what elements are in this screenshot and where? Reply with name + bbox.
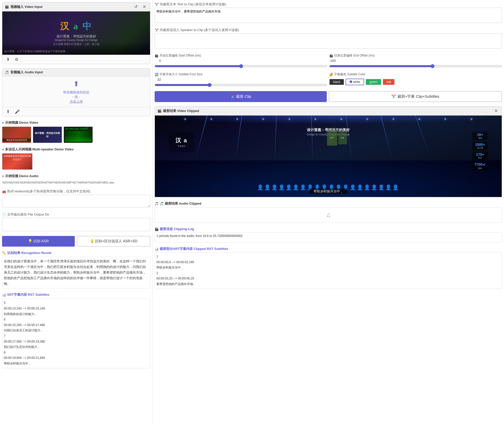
audio-clipped-section: 🎵 🎵 裁剪结果 Audio Clipped ♫ bbox=[155, 201, 502, 223]
audio-controls-bar: ⬆ 🎤 bbox=[2, 107, 150, 116]
color-red-button[interactable]: red bbox=[383, 79, 395, 85]
video-clipped-preview: 设计普惠：寻找远方的美好 Design for County, Design f… bbox=[155, 116, 502, 197]
white-selected-dot bbox=[350, 80, 352, 83]
audio-clipped-label: 🎵 🎵 裁剪结果 Audio Clipped bbox=[155, 201, 502, 206]
demo-audio-filename: %E9%B2%81%E8%82%83%E9%87%87%E8%AE%BF%E7%… bbox=[2, 180, 150, 185]
demo-video-thumb-1[interactable]: 啊这是否说的很有道理 bbox=[2, 126, 31, 143]
clipped-rst-section: 📊 裁剪部分SRT字幕内容 Clipped RST Subtitles 1 00… bbox=[155, 247, 502, 289]
demo-audio-label: 示例音频 Demo Audio bbox=[5, 174, 39, 178]
srt-section: 📊 SRT字幕内容 RST Subtitles 5 00:00:13,240 -… bbox=[2, 292, 150, 368]
text-clip-icon: ✂️ bbox=[155, 3, 159, 6]
hotwords-label: 🚒 热词 Hotwords(多个热词使用空格分隔，仅支持中文热词) bbox=[2, 189, 150, 194]
clip-subtitles-button[interactable]: ✂️ 裁剪+字幕 Clip+Subtitles bbox=[329, 91, 502, 102]
multispeak-thumb[interactable]: 如果颜值状态出现这些问题怎么办？ bbox=[2, 153, 33, 170]
hotwords-section: 🚒 热词 Hotwords(多个热词使用空格分隔，仅支持中文热词) bbox=[2, 189, 150, 208]
end-offset-slider[interactable] bbox=[329, 64, 502, 68]
video-camera-icon: 🎬 bbox=[5, 5, 9, 9]
audio-clipped-icon2: 🎵 bbox=[160, 202, 164, 206]
video-clipped-label: 裁剪结果 Video Clipped bbox=[163, 109, 199, 113]
clip-button[interactable]: ✂️ 裁剪 Clip bbox=[155, 91, 327, 102]
speaker-clip-icon: ✂️ bbox=[155, 28, 159, 32]
color-white-button[interactable]: white bbox=[346, 79, 364, 85]
video-input-label: 视频输入 Video Input bbox=[10, 5, 42, 9]
video-clipped-icon: 🎬 bbox=[157, 109, 161, 113]
color-green-button[interactable]: green bbox=[366, 79, 381, 85]
audio-drop-area[interactable]: ⬆ 将音频拖放到此处 - 或 - 点击上传 bbox=[2, 76, 150, 107]
start-offset-item: 🎬 开始位置偏移 Start Offset (ms) 0 bbox=[155, 53, 327, 68]
font-size-icon: 🔤 bbox=[155, 73, 158, 76]
asr-button[interactable]: 💡 识别 ASR bbox=[2, 236, 75, 247]
clipping-log-icon: 🎬 bbox=[155, 227, 159, 231]
recognition-text: 在我们的设计普惠当中，有一个我经常津津乐道的项目叫寻找远方的美好。啊，在这样一个… bbox=[2, 257, 150, 288]
video-clipped-close-button[interactable]: ✕ bbox=[493, 108, 499, 114]
subtitle-color-label: 🌈 字幕颜色 Subtitle Color bbox=[329, 72, 502, 77]
demo-audio-section: ≡ 示例音频 Demo Audio %E9%B2%81%E8%82%83%E9%… bbox=[2, 174, 150, 185]
video-reset-button[interactable]: ↺ bbox=[133, 4, 139, 10]
file-output-icon: 📄 bbox=[2, 213, 6, 217]
clipping-log-content: 1 periods found in the audio: from 19.6 … bbox=[155, 232, 502, 243]
start-offset-value: 0 bbox=[155, 59, 161, 63]
srt-content: 5 00:00:13,240 --> 00:00:15,140 利用我的的设计的… bbox=[2, 299, 150, 368]
speaker-to-clip-input[interactable] bbox=[155, 33, 502, 49]
subtitle-color-item: 🌈 字幕颜色 Subtitle Color black white green … bbox=[329, 72, 502, 87]
text-to-clip-label: ✂️ 待裁剪文本 Text to Clip (多段文本使用'#'连接) bbox=[155, 2, 502, 7]
rainbow-icon: 🌈 bbox=[329, 73, 333, 76]
text-to-clip-section: ✂️ 待裁剪文本 Text to Clip (多段文本使用'#'连接) 帮助乡村… bbox=[155, 2, 502, 24]
video-drop-area[interactable]: 汉 a 中 设计普惠：寻找远方的美好 Design for County, De… bbox=[2, 11, 150, 55]
video-clipped-header: 🎬 裁剪结果 Video Clipped ✕ bbox=[155, 106, 502, 116]
hotwords-input[interactable] bbox=[2, 195, 150, 207]
video-settings-button[interactable]: ⚙ bbox=[13, 56, 20, 62]
demo-video-icon: ≡ bbox=[2, 121, 4, 125]
asr-sd-button[interactable]: 💡 识别+区分说话人 ASR+SD bbox=[77, 236, 151, 247]
srt-label: 📊 SRT字幕内容 RST Subtitles bbox=[2, 292, 150, 297]
clipping-log-label: 🎬 裁剪信息 Clipping Log bbox=[155, 227, 502, 231]
demo-videos-row: 啊这是否说的很有道理 设计普惠：寻找远方的美好 Introducing Chat… bbox=[2, 126, 150, 143]
audio-note-icon: 🎵 bbox=[5, 70, 9, 74]
file-output-label: 📄 文件输出路径 File Output Dir bbox=[2, 212, 150, 217]
video-input-header: 🎬 视频输入 Video Input ↺ ✕ bbox=[2, 2, 150, 11]
demo-video-header: ≡ 示例视频 Demo Video bbox=[2, 120, 150, 125]
clipped-rst-label: 📊 裁剪部分SRT字幕内容 Clipped RST Subtitles bbox=[155, 247, 502, 251]
upload-arrow-icon: ⬆ bbox=[73, 80, 79, 88]
color-white-label: white bbox=[353, 80, 360, 84]
audio-drop-text: 将音频拖放到此处 - 或 - 点击上传 bbox=[63, 90, 90, 104]
video-close-button[interactable]: ✕ bbox=[141, 4, 147, 10]
music-note-icon: ♫ bbox=[326, 211, 331, 219]
end-offset-icon: 🎬 bbox=[329, 54, 333, 58]
file-output-input[interactable] bbox=[2, 218, 150, 231]
video-clipped-section: 🎬 裁剪结果 Video Clipped ✕ bbox=[155, 106, 502, 197]
audio-clipped-note-icon: 🎵 bbox=[155, 202, 159, 206]
video-upload-button[interactable]: ⬆ bbox=[5, 56, 11, 62]
font-size-slider[interactable] bbox=[155, 83, 327, 87]
video-controls-bar: ⬆ ⚙ bbox=[2, 55, 150, 64]
font-color-row: 🔤 字幕字体大小 Subtitle Font Size 32 🌈 字幕颜色 Su… bbox=[155, 72, 502, 87]
audio-upload-button[interactable]: ⬆ bbox=[5, 109, 11, 115]
end-offset-label: 🎬 结束位置偏移 End Offset (ms) bbox=[329, 53, 502, 58]
demo-video-thumb-2[interactable]: 设计普惠：寻找远方的美好 bbox=[33, 126, 62, 143]
start-offset-label: 🎬 开始位置偏移 Start Offset (ms) bbox=[155, 53, 327, 58]
font-size-label: 🔤 字幕字体大小 Subtitle Font Size bbox=[155, 72, 327, 77]
end-offset-value: 100 bbox=[329, 59, 336, 63]
text-to-clip-input[interactable]: 帮助乡村振兴当中，要希望把他的产品推向市场 bbox=[155, 8, 502, 23]
audio-input-label: 音频输入 Audio Input bbox=[10, 70, 43, 75]
srt-icon: 📊 bbox=[2, 293, 6, 297]
recognition-section: ✏️ 识别结果 Recognition Result 在我们的设计普惠当中，有一… bbox=[2, 251, 150, 288]
offset-settings-row: 🎬 开始位置偏移 Start Offset (ms) 0 🎬 结束位置偏移 En… bbox=[155, 53, 502, 68]
font-size-item: 🔤 字幕字体大小 Subtitle Font Size 32 bbox=[155, 72, 327, 87]
file-output-section: 📄 文件输出路径 File Output Dir bbox=[2, 212, 150, 232]
recognition-icon: ✏️ bbox=[2, 251, 6, 255]
audio-mic-button[interactable]: 🎤 bbox=[13, 109, 21, 115]
clip-sub-icon: ✂️ bbox=[391, 94, 396, 98]
start-offset-slider[interactable] bbox=[155, 64, 327, 68]
multispeak-icon: ≡ bbox=[2, 148, 4, 151]
clipped-rst-icon: 📊 bbox=[155, 247, 159, 251]
clip-buttons-row: ✂️ 裁剪 Clip ✂️ 裁剪+字幕 Clip+Subtitles bbox=[155, 91, 502, 102]
demo-video-thumb-3[interactable]: Introducing ChatGST bbox=[64, 126, 93, 143]
audio-upload-link[interactable]: 点击上传 bbox=[63, 99, 90, 104]
demo-video-label: 示例视频 Demo Video bbox=[5, 120, 38, 125]
color-black-button[interactable]: black bbox=[329, 79, 344, 85]
font-size-value: 32 bbox=[155, 78, 161, 81]
asr-icon: 💡 bbox=[28, 239, 32, 243]
recognition-label: ✏️ 识别结果 Recognition Result bbox=[2, 251, 150, 255]
video-subtitle-text: 帮助乡村振兴当中， bbox=[309, 189, 347, 194]
